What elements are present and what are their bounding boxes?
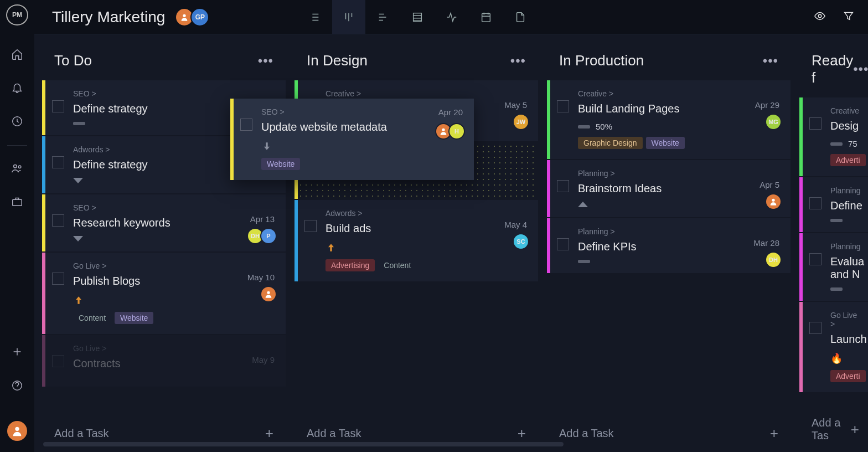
briefcase-icon[interactable]: [7, 192, 27, 211]
svg-point-1: [14, 165, 17, 168]
tag[interactable]: Website: [646, 137, 685, 149]
task-card[interactable]: Go Live > Launch 🔥 Adverti: [799, 302, 868, 392]
card-category: Go Live >: [830, 311, 860, 328]
checkbox[interactable]: [240, 119, 252, 131]
tag[interactable]: Content: [378, 259, 416, 271]
collaborator-avatars[interactable]: GP: [178, 8, 209, 27]
card-title: Launch: [830, 333, 860, 346]
current-user-avatar[interactable]: [7, 421, 27, 441]
card-date: Mar 28: [753, 238, 779, 248]
activity-view-icon[interactable]: [435, 0, 468, 34]
plus-icon: +: [518, 425, 526, 442]
card-category: Planning: [830, 242, 860, 251]
plus-icon: +: [265, 425, 273, 442]
avatar[interactable]: P: [260, 228, 277, 244]
checkbox[interactable]: [809, 197, 822, 209]
avatar[interactable]: [765, 193, 782, 210]
table-view-icon[interactable]: [401, 0, 434, 34]
tag[interactable]: Website: [261, 158, 300, 170]
card-date: May 9: [252, 355, 275, 364]
card-title: Desig: [830, 120, 860, 132]
task-card[interactable]: Planning Evalua and N: [799, 233, 868, 301]
clock-icon[interactable]: [7, 111, 27, 130]
avatar[interactable]: H: [448, 123, 465, 140]
task-card[interactable]: Planning Define: [799, 177, 868, 232]
avatar[interactable]: SC: [513, 233, 529, 250]
card-title: Define: [830, 199, 860, 212]
dragged-card[interactable]: SEO > Update website metadata Apr 20 H W…: [230, 99, 474, 180]
column-title: In Design: [307, 52, 368, 69]
gantt-view-icon[interactable]: [366, 0, 400, 34]
card-category: Go Live >: [73, 261, 275, 270]
column-menu-icon[interactable]: •••: [258, 53, 273, 69]
task-card[interactable]: Creative Desig 75 Adverti: [799, 97, 868, 176]
card-title: Publish Blogs: [73, 275, 275, 287]
task-card[interactable]: Adwords > Build ads May 4 SC Advertising…: [294, 200, 538, 281]
eye-icon[interactable]: [814, 10, 826, 24]
column-menu-icon[interactable]: •••: [853, 61, 868, 77]
card-category: Adwords >: [326, 209, 527, 218]
checkbox[interactable]: [809, 322, 822, 334]
avatar[interactable]: GP: [190, 8, 209, 27]
checkbox[interactable]: [557, 180, 569, 192]
card-date: Apr 20: [438, 107, 463, 117]
list-view-icon[interactable]: [298, 0, 331, 34]
home-icon[interactable]: [7, 44, 27, 63]
column-menu-icon[interactable]: •••: [763, 53, 778, 69]
filter-icon[interactable]: [843, 10, 855, 24]
task-card[interactable]: Creative > Build Landing Pages Apr 29 MG…: [547, 80, 790, 159]
tag[interactable]: Adverti: [830, 154, 866, 166]
card-title: Evalua and N: [830, 255, 860, 281]
add-icon[interactable]: [7, 342, 27, 361]
task-card[interactable]: SEO > Research keywords Apr 13 DHP: [42, 194, 286, 251]
card-category: SEO >: [261, 107, 463, 116]
task-card[interactable]: Planning > Brainstorm Ideas Apr 5: [547, 160, 790, 217]
view-tabs: [298, 0, 537, 34]
checkbox[interactable]: [52, 355, 64, 367]
svg-point-9: [818, 14, 822, 18]
card-title: Build ads: [326, 222, 527, 235]
card-category: Go Live >: [73, 344, 275, 353]
card-category: Creative >: [326, 89, 527, 98]
tag[interactable]: Advertising: [326, 259, 375, 271]
checkbox[interactable]: [557, 238, 569, 250]
card-title: Build Landing Pages: [578, 102, 779, 115]
avatar[interactable]: DH: [765, 251, 782, 268]
tag[interactable]: Content: [73, 312, 111, 324]
card-category: Planning >: [578, 227, 779, 236]
checkbox[interactable]: [52, 214, 64, 227]
avatar[interactable]: MG: [765, 114, 782, 130]
task-card[interactable]: Planning > Define KPIs Mar 28 DH: [547, 218, 790, 273]
people-icon[interactable]: [7, 159, 27, 178]
card-category: Creative >: [578, 89, 779, 98]
svg-point-10: [267, 291, 270, 294]
column: Ready f••• Creative Desig 75 Adverti Pla…: [799, 44, 868, 452]
app-logo[interactable]: PM: [6, 4, 28, 25]
files-view-icon[interactable]: [504, 0, 537, 34]
bell-icon[interactable]: [7, 78, 27, 97]
task-card[interactable]: Go Live > Contracts May 9: [42, 335, 286, 387]
avatar[interactable]: [260, 286, 277, 302]
checkbox[interactable]: [809, 253, 822, 265]
task-card[interactable]: Go Live > Publish Blogs May 10 ContentWe…: [42, 253, 286, 334]
checkbox[interactable]: [52, 100, 64, 112]
svg-rect-8: [482, 13, 490, 22]
board-view-icon[interactable]: [332, 0, 365, 34]
checkbox[interactable]: [52, 156, 64, 168]
card-category: Planning >: [578, 169, 779, 178]
checkbox[interactable]: [304, 220, 317, 232]
calendar-view-icon[interactable]: [469, 0, 503, 34]
tag[interactable]: Adverti: [830, 370, 866, 382]
tag[interactable]: Graphic Design: [578, 137, 643, 149]
column: In Production••• Creative > Build Landin…: [547, 44, 790, 452]
horizontal-scrollbar[interactable]: [43, 442, 564, 446]
help-icon[interactable]: [7, 376, 27, 396]
checkbox[interactable]: [52, 273, 64, 285]
column-title: In Production: [559, 52, 644, 69]
tag[interactable]: Website: [115, 312, 153, 324]
checkbox[interactable]: [809, 117, 822, 130]
svg-point-12: [442, 129, 445, 131]
column-menu-icon[interactable]: •••: [510, 53, 526, 69]
avatar[interactable]: JW: [513, 114, 529, 130]
checkbox[interactable]: [557, 100, 569, 112]
